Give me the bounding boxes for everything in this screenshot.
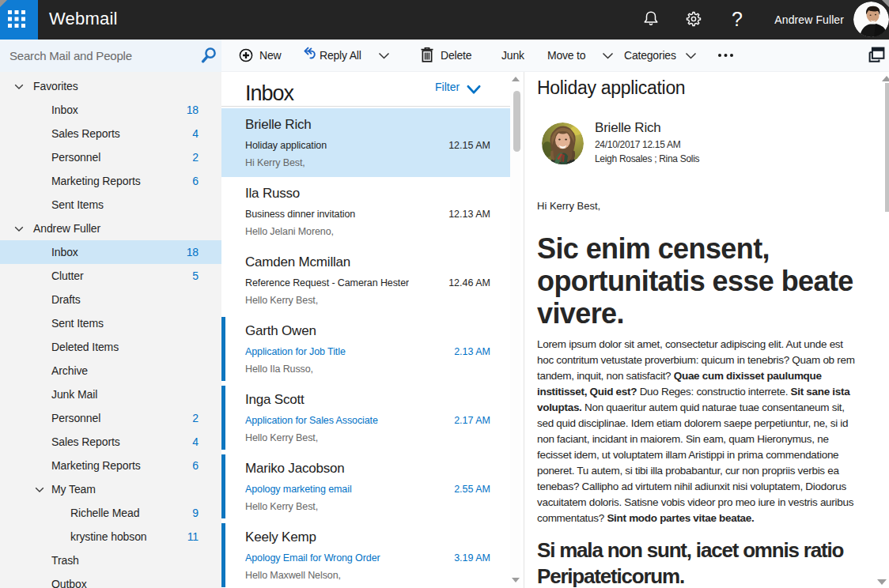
folder-label: Richelle Mead	[70, 501, 139, 525]
sidebar-item-marketing-reports[interactable]: Marketing Reports6	[0, 169, 221, 193]
message-sender: Inga Scott	[245, 392, 305, 408]
sidebar-item-krystine-hobson[interactable]: krystine hobson11	[0, 525, 221, 548]
top-app-bar: Webmail ? Andrew Fuller	[0, 0, 889, 40]
message-subheading: Si mala non sunt, iacet omnis ratio Peri…	[537, 537, 863, 588]
scroll-up-arrow-icon[interactable]	[512, 77, 520, 81]
unread-count: 6	[192, 454, 199, 477]
unread-indicator	[221, 317, 225, 381]
reading-scroll-down-arrow-icon[interactable]	[877, 579, 887, 585]
sidebar-item-richelle-mead[interactable]: Richelle Mead9	[0, 501, 221, 525]
delete-button[interactable]: Delete	[441, 40, 471, 72]
filter-chevron-icon[interactable]	[465, 85, 482, 95]
folder-label: Inbox	[51, 240, 78, 264]
message-row-ila-russo[interactable]: Ila RussoBusiness dinner invitation12.13…	[221, 177, 510, 246]
categories-chevron-icon[interactable]	[685, 52, 697, 60]
sidebar-item-sent-items[interactable]: Sent Items	[0, 311, 221, 335]
sender-avatar-photo	[542, 122, 584, 164]
message-row-brielle-rich[interactable]: Brielle RichHoliday application12.15 AMH…	[221, 108, 510, 177]
body-text-bold-run: Sint modo partes vitae beatae.	[607, 512, 754, 524]
settings-icon[interactable]	[686, 11, 702, 27]
move-to-button[interactable]: Move to	[547, 40, 585, 72]
message-time: 2.13 AM	[454, 346, 490, 357]
message-sender: Camden Mcmillan	[245, 254, 350, 270]
folder-label: Deleted Items	[51, 335, 119, 359]
message-time: 12.13 AM	[448, 209, 490, 220]
message-sender: Mariko Jacobson	[245, 461, 345, 477]
search-input[interactable]: Search Mail and People	[0, 40, 221, 72]
message-list: Brielle RichHoliday application12.15 AMH…	[221, 108, 510, 588]
sender-avatar[interactable]	[542, 122, 584, 164]
message-preview: Hello Kerry Best,	[245, 432, 318, 443]
message-row-camden-mcmillan[interactable]: Camden McmillanReference Request - Camer…	[221, 246, 510, 315]
sidebar-item-inbox[interactable]: Inbox18	[0, 98, 221, 122]
search-icon[interactable]	[199, 45, 219, 66]
sidebar-item-sent-items[interactable]: Sent Items	[0, 193, 221, 217]
sidebar-item-trash[interactable]: Trash	[0, 548, 221, 572]
reading-pane: Holiday application	[524, 72, 889, 588]
sidebar-item-junk-mail[interactable]: Junk Mail	[0, 383, 221, 406]
categories-button[interactable]: Categories	[624, 40, 676, 72]
more-commands-icon[interactable]	[717, 52, 736, 58]
unread-count: 9	[192, 501, 199, 525]
message-greeting: Hi Kerry Best,	[537, 200, 600, 212]
sidebar-item-sales-reports[interactable]: Sales Reports4	[0, 122, 221, 145]
sidebar-item-personnel[interactable]: Personnel2	[0, 145, 221, 169]
folder-label: Marketing Reports	[51, 169, 141, 193]
message-sender: Keely Kemp	[245, 530, 316, 545]
folder-label: Clutter	[51, 264, 84, 288]
message-datetime: 24/10/2017 12.15 AM	[595, 139, 680, 150]
unread-count: 2	[192, 406, 199, 430]
unread-count: 6	[192, 169, 199, 193]
move-to-chevron-icon[interactable]	[602, 52, 614, 60]
sidebar-item-marketing-reports[interactable]: Marketing Reports6	[0, 454, 221, 477]
sidebar-item-archive[interactable]: Archive	[0, 359, 221, 383]
sidebar-section-andrew-fuller[interactable]: Andrew Fuller	[0, 217, 221, 240]
reply-all-icon[interactable]	[303, 47, 316, 60]
message-time: 12.15 AM	[448, 140, 490, 151]
reply-all-button[interactable]: Reply All	[320, 40, 361, 72]
folder-label: Outbox	[51, 572, 87, 588]
reading-scroll-up-arrow-icon[interactable]	[882, 76, 889, 81]
folder-label: krystine hobson	[70, 525, 147, 548]
message-row-garth-owen[interactable]: Garth OwenApplication for Job Title2.13 …	[221, 315, 510, 383]
sidebar-item-drafts[interactable]: Drafts	[0, 288, 221, 311]
folder-title: Inbox	[245, 81, 293, 106]
message-subject: Apology Email for Wrong Order	[245, 552, 380, 564]
user-name[interactable]: Andrew Fuller	[774, 0, 844, 40]
new-button[interactable]: New	[259, 40, 281, 72]
new-icon[interactable]	[239, 48, 253, 62]
sidebar-item-personnel[interactable]: Personnel2	[0, 406, 221, 430]
sidebar-item-sales-reports[interactable]: Sales Reports4	[0, 430, 221, 454]
user-avatar-photo	[853, 2, 889, 37]
unread-count: 4	[192, 430, 199, 454]
sidebar-item-my-team[interactable]: My Team	[0, 477, 221, 501]
sidebar-section-favorites[interactable]: Favorites	[0, 74, 221, 98]
unread-indicator	[221, 454, 225, 518]
message-preview: Hello Kerry Best,	[245, 501, 318, 512]
message-row-inga-scott[interactable]: Inga ScottApplication for Sales Associat…	[221, 383, 510, 452]
filter-button[interactable]: Filter	[435, 81, 460, 93]
user-avatar[interactable]	[853, 2, 889, 37]
notifications-icon[interactable]	[643, 10, 659, 26]
message-list-scrollbar[interactable]	[510, 72, 520, 588]
delete-icon[interactable]	[420, 47, 434, 63]
reply-all-dropdown-chevron-icon[interactable]	[378, 52, 390, 60]
sidebar-item-deleted-items[interactable]: Deleted Items	[0, 335, 221, 359]
sidebar-item-outbox[interactable]: Outbox	[0, 572, 221, 588]
reading-scrollbar-thumb[interactable]	[885, 83, 889, 212]
sidebar-item-clutter[interactable]: Clutter5	[0, 264, 221, 288]
reading-pane-icon[interactable]	[868, 46, 886, 64]
message-row-keely-kemp[interactable]: Keely KempApology Email for Wrong Order3…	[221, 521, 510, 588]
message-row-mariko-jacobson[interactable]: Mariko JacobsonApology marketing email2.…	[221, 452, 510, 521]
app-launcher-button[interactable]	[0, 0, 38, 40]
folder-label: Archive	[51, 359, 88, 383]
sidebar-item-inbox[interactable]: Inbox18	[0, 240, 221, 264]
sender-name: Brielle Rich	[595, 120, 661, 136]
message-subject: Apology marketing email	[245, 484, 352, 495]
message-subject: Holiday application	[245, 140, 327, 151]
junk-button[interactable]: Junk	[501, 40, 524, 72]
scroll-down-arrow-icon[interactable]	[512, 578, 520, 582]
scrollbar-thumb[interactable]	[513, 91, 520, 152]
message-sender: Garth Owen	[245, 323, 316, 339]
help-icon[interactable]: ?	[732, 0, 743, 40]
